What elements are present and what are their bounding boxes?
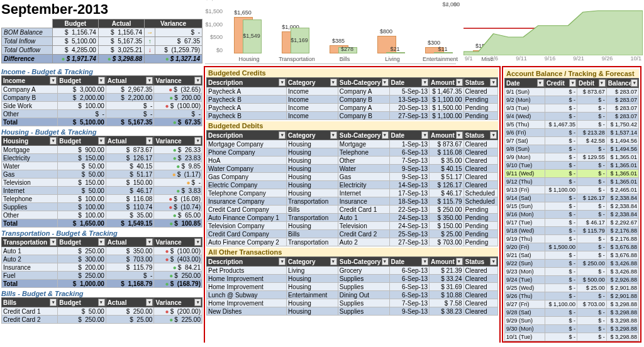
table-row[interactable]: Home ImprovementHousingSupplies6-Sep-13$… — [207, 275, 498, 283]
col-header[interactable]: Actual▾ — [106, 238, 154, 247]
table-row[interactable]: Phone CompanyHousingTelephone6-Sep-13$ 1… — [207, 148, 498, 157]
table-row[interactable]: Auto Finance Company 2TransportationAuto… — [207, 238, 498, 246]
table-row[interactable]: Auto 2 $ 300.00 $ 703.00 $ (403.00) — [2, 255, 203, 263]
table-row[interactable]: 9/4 (Wed)$ -$ -$ 283.07 — [505, 113, 639, 121]
col-header[interactable]: Amount▾ — [430, 131, 464, 140]
table-row[interactable]: 9/15 (Sun)$ -$ -$ 2,338.84 — [505, 202, 639, 211]
col-header[interactable]: Budget▾ — [58, 136, 106, 146]
table-row[interactable]: 9/28 (Sat)$ -$ -$ 3,298.88 — [505, 309, 639, 317]
dropdown-icon[interactable]: ▾ — [330, 131, 337, 139]
table-row[interactable]: Insurance CompanyTransportationInsurance… — [207, 197, 498, 206]
dropdown-icon[interactable]: ▾ — [490, 131, 497, 139]
table-row[interactable]: Fuel $ 250.00 $ - $ 250.00 — [2, 272, 203, 280]
dropdown-icon[interactable]: ▾ — [456, 131, 463, 139]
col-header[interactable]: Actual▾ — [106, 298, 154, 307]
dropdown-icon[interactable]: ▾ — [382, 79, 389, 86]
dropdown-icon[interactable]: ▾ — [490, 258, 497, 265]
table-row[interactable]: 9/10 (Tue)$ -$ -$ 1,365.01 — [505, 162, 639, 170]
table-row[interactable]: Water CompanyHousingWater9-Sep-13$ 40.15… — [207, 165, 498, 173]
col-header[interactable]: Sub-Category▾ — [338, 257, 389, 267]
table-row[interactable]: Mortgage CompanyHousingMortgage1-Sep-13$… — [207, 140, 498, 148]
table-row[interactable]: 9/20 (Fri)$ 1,500.00$ -$ 3,676.88 — [505, 243, 639, 251]
table-row[interactable]: 9/16 (Mon)$ -$ -$ 2,338.84 — [505, 211, 639, 219]
dropdown-icon[interactable]: ▾ — [146, 238, 153, 246]
col-header[interactable]: Status▾ — [464, 78, 497, 87]
table-row[interactable]: Paycheck BIncomeCompany B27-Sep-13$ 1,10… — [207, 112, 498, 120]
dropdown-icon[interactable]: ▾ — [194, 238, 201, 246]
table-row[interactable]: 9/19 (Thu)$ -$ -$ 2,176.88 — [505, 235, 639, 243]
col-header[interactable]: Amount▾ — [430, 257, 464, 267]
dropdown-icon[interactable]: ▾ — [490, 79, 497, 86]
dropdown-icon[interactable]: ▾ — [50, 238, 57, 246]
col-header[interactable]: Housing▾ — [2, 136, 58, 146]
table-row[interactable]: Pet ProductsLivingGrocery6-Sep-13$ 21.39… — [207, 267, 498, 275]
dropdown-icon[interactable]: ▾ — [146, 77, 153, 84]
table-row[interactable]: 9/14 (Sat)$ -$ 126.17$ 2,338.84 — [505, 194, 639, 202]
table-row[interactable]: 10/1 (Tue)$ -$ -$ 3,298.88 — [505, 333, 639, 341]
dropdown-icon[interactable]: ▾ — [50, 299, 57, 306]
table-row[interactable]: 9/7 (Sat)$ -$ 42.58$ 1,494.56 — [505, 137, 639, 145]
table-row[interactable]: New DishesHousingSupplies9-Sep-13$ 38.23… — [207, 307, 498, 316]
table-row[interactable]: 9/17 (Tue)$ -$ 46.17$ 2,292.67 — [505, 219, 639, 227]
col-header[interactable]: Category▾ — [287, 131, 338, 140]
col-header[interactable]: Date▾ — [505, 79, 545, 88]
table-row[interactable]: 9/6 (Fri)$ -$ 213.28$ 1,537.14 — [505, 129, 639, 137]
table-row[interactable]: 9/29 (Sun)$ -$ -$ 3,298.88 — [505, 317, 639, 325]
table-row[interactable]: Telephone $ 100.00 $ 116.08 $ (16.08) — [2, 195, 203, 203]
col-header[interactable]: Variance▾ — [154, 76, 203, 85]
table-row[interactable]: 9/2 (Mon)$ -$ -$ 283.07 — [505, 96, 639, 104]
col-header[interactable]: Variance▾ — [154, 238, 203, 247]
col-header[interactable]: Category▾ — [287, 257, 338, 267]
col-header[interactable]: Transportation▾ — [2, 238, 58, 247]
col-header[interactable]: Status▾ — [464, 257, 497, 267]
col-header[interactable]: Bills▾ — [2, 298, 58, 307]
table-row[interactable]: Home ImprovementHousingSupplies7-Sep-13$… — [207, 299, 498, 307]
table-row[interactable]: Auto 1 $ 250.00 $ 350.00 $ (100.00) — [2, 247, 203, 255]
table-row[interactable]: 9/30 (Mon)$ -$ -$ 3,298.88 — [505, 325, 639, 333]
table-row[interactable]: 9/27 (Fri)$ 1,100.00$ 703.00$ 3,298.88 — [505, 300, 639, 309]
dropdown-icon[interactable]: ▾ — [456, 79, 463, 86]
dropdown-icon[interactable]: ▾ — [279, 131, 286, 139]
dropdown-icon[interactable]: ▾ — [456, 258, 463, 265]
col-header[interactable]: Description▾ — [207, 257, 287, 267]
table-row[interactable]: 9/13 (Fri)$ 1,100.00$ -$ 2,465.01 — [505, 186, 639, 194]
table-row[interactable]: 9/22 (Sun)$ -$ 250.00$ 3,426.88 — [505, 260, 639, 268]
table-row[interactable]: Electricity $ 150.00 $ 126.17 $ 23.83 — [2, 154, 203, 162]
col-header[interactable]: Variance▾ — [154, 298, 203, 307]
dropdown-icon[interactable]: ▾ — [194, 299, 201, 306]
table-row[interactable]: Paycheck BIncomeCompany B13-Sep-13$ 1,10… — [207, 96, 498, 104]
dropdown-icon[interactable]: ▾ — [194, 77, 201, 84]
dropdown-icon[interactable]: ▾ — [50, 137, 57, 145]
dropdown-icon[interactable]: ▾ — [146, 299, 153, 306]
table-row[interactable]: 9/18 (Wed)$ -$ 115.79$ 2,176.88 — [505, 227, 639, 235]
dropdown-icon[interactable]: ▾ — [330, 79, 337, 86]
col-header[interactable]: Credit▾ — [545, 79, 577, 88]
dropdown-icon[interactable]: ▾ — [279, 258, 286, 265]
table-row[interactable]: Credit Card CompanyBillsCredit Card 225-… — [207, 230, 498, 238]
dropdown-icon[interactable]: ▾ — [421, 79, 428, 86]
table-row[interactable]: Paycheck AIncomeCompany A5-Sep-13$ 1,467… — [207, 87, 498, 96]
col-header[interactable]: Actual▾ — [106, 136, 154, 146]
col-header[interactable]: Debit▾ — [577, 79, 607, 88]
table-row[interactable]: 9/1 (Sun)$ -$ 873.67$ 283.07 — [505, 88, 639, 96]
table-row[interactable]: 9/26 (Thu)$ -$ -$ 2,901.88 — [505, 292, 639, 300]
table-row[interactable]: Company B $ 2,000.00 $ 2,200.00 $ 200.00 — [2, 94, 203, 102]
dropdown-icon[interactable]: ▾ — [50, 77, 57, 84]
dropdown-icon[interactable]: ▾ — [279, 79, 286, 86]
table-row[interactable]: Mortgage $ 900.00 $ 873.67 $ 26.33 — [2, 146, 203, 154]
col-header[interactable]: Date▾ — [389, 131, 430, 140]
table-row[interactable]: Side Work $ 100.00 $ - $ (100.00) — [2, 102, 203, 110]
col-header[interactable]: Sub-Category▾ — [338, 131, 389, 140]
table-row[interactable]: Telephone CompanyHousingInternet17-Sep-1… — [207, 189, 498, 197]
table-row[interactable]: Television CompanyHousingTelevision24-Se… — [207, 222, 498, 230]
col-header[interactable]: Amount▾ — [430, 78, 464, 87]
col-header[interactable]: Variance▾ — [154, 136, 203, 146]
table-row[interactable]: Credit Card 1 $ 50.00 $ 250.00 $ (200.00… — [2, 307, 203, 316]
col-header[interactable]: Description▾ — [207, 131, 287, 140]
col-header[interactable]: Budget▾ — [58, 76, 106, 85]
dropdown-icon[interactable]: ▾ — [194, 137, 201, 145]
table-row[interactable]: Television $ 150.00 $ 150.00 $ - — [2, 179, 203, 187]
table-row[interactable]: 9/9 (Mon)$ -$ 129.55$ 1,365.01 — [505, 153, 639, 162]
col-header[interactable]: Status▾ — [464, 131, 497, 140]
table-row[interactable]: Other $ - $ - $ - — [2, 110, 203, 118]
